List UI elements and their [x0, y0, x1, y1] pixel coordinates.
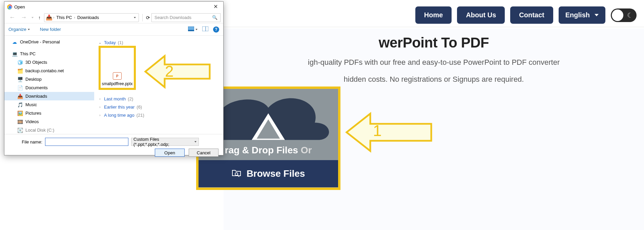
- annotation-num-2: 2: [165, 62, 174, 80]
- tree-documents[interactable]: 📄Documents: [4, 83, 94, 92]
- file-name: smallpdffree.pptx: [102, 82, 132, 87]
- tree-music[interactable]: 🎵Music: [4, 100, 94, 109]
- dialog-title: Open: [14, 4, 25, 9]
- nav-back[interactable]: ←: [7, 14, 17, 21]
- nav-home[interactable]: Home: [415, 6, 452, 24]
- annotation-num-1: 1: [373, 121, 382, 140]
- new-folder-button[interactable]: New folder: [40, 27, 61, 32]
- preview-pane-button[interactable]: [202, 26, 208, 32]
- tree-localdisk[interactable]: 💽Local Disk (C:): [4, 126, 94, 134]
- organize-menu[interactable]: Organize: [8, 27, 30, 32]
- chevron-right-icon: ›: [53, 16, 54, 19]
- nav-tree: ☁OneDrive - Personal 💻This PC 🧊3D Object…: [4, 36, 95, 134]
- page-title: werPoint To PDF: [224, 35, 644, 51]
- hero-line2: hidden costs. No registrations or Signup…: [224, 74, 644, 85]
- help-button[interactable]: ?: [213, 26, 219, 33]
- documents-icon: 📄: [17, 85, 23, 91]
- nav-contact[interactable]: Contact: [510, 6, 553, 24]
- browse-files-button[interactable]: Browse Files: [199, 160, 338, 187]
- breadcrumb-downloads[interactable]: Downloads: [76, 15, 100, 20]
- annotation-arrow-2: [144, 53, 211, 90]
- breadcrumb-thispc[interactable]: This PC: [55, 15, 73, 20]
- tree-videos[interactable]: 🎞️Videos: [4, 117, 94, 126]
- tree-3dobjects[interactable]: 🧊3D Objects: [4, 58, 94, 66]
- search-icon: 🔍: [212, 15, 217, 20]
- disk-icon: 💽: [17, 128, 23, 133]
- tree-thispc[interactable]: 💻This PC: [4, 50, 94, 58]
- refresh-button[interactable]: ⟳: [146, 15, 150, 20]
- moon-icon: ☾: [627, 11, 633, 19]
- filename-label: File name:: [22, 139, 42, 145]
- chevron-down-icon: ⌄: [98, 41, 102, 44]
- group-today[interactable]: ⌄ Today (1): [98, 38, 220, 46]
- group-lastmonth[interactable]: › Last month (2): [98, 95, 220, 103]
- nav-about[interactable]: About Us: [457, 6, 505, 24]
- group-earlieryear[interactable]: › Earlier this year (6): [98, 103, 220, 111]
- chevron-right-icon: ›: [98, 113, 102, 117]
- svg-rect-7: [202, 26, 208, 31]
- chevron-right-icon: ›: [98, 97, 102, 101]
- chevron-down-icon: [194, 141, 196, 142]
- nav-forward[interactable]: →: [19, 14, 29, 21]
- filename-input[interactable]: [45, 138, 128, 146]
- desktop-icon: 🖥️: [17, 77, 23, 82]
- search-input[interactable]: Search Downloads 🔍: [151, 13, 221, 22]
- theme-toggle[interactable]: ☾: [611, 8, 637, 22]
- nav-up[interactable]: ↑: [36, 15, 43, 20]
- svg-point-2: [235, 173, 238, 175]
- network-drive-icon: 🗂️: [17, 68, 23, 74]
- toggle-knob: [612, 9, 623, 21]
- filetype-select[interactable]: Custom Files (*.ppt;*.pptx;*.odp;: [131, 138, 199, 146]
- downloads-icon: 📥: [17, 94, 23, 99]
- powerpoint-icon: P: [113, 72, 122, 80]
- svg-marker-4: [347, 114, 431, 151]
- nav-language-select[interactable]: English: [559, 6, 605, 24]
- chevron-right-icon: ›: [74, 16, 75, 19]
- file-thumb-smallpdffree[interactable]: P smallpdffree.pptx: [99, 46, 136, 90]
- pictures-icon: 🖼️: [17, 111, 23, 116]
- pc-icon: 💻: [12, 51, 17, 57]
- cancel-button[interactable]: Cancel: [189, 149, 219, 157]
- close-button[interactable]: ✕: [208, 2, 223, 12]
- chevron-down-icon: [195, 29, 198, 30]
- addr-chevron-down[interactable]: [134, 17, 136, 18]
- chrome-icon: [7, 4, 12, 9]
- cube-icon: 🧊: [17, 60, 23, 65]
- view-mode-button[interactable]: [188, 26, 198, 32]
- tree-onedrive[interactable]: ☁OneDrive - Personal: [4, 38, 94, 46]
- music-icon: 🎵: [17, 102, 23, 108]
- nav-recent[interactable]: [32, 17, 34, 18]
- hero-line1: igh-quality PDFs with our free and easy-…: [224, 57, 644, 68]
- folder-search-icon: [232, 168, 241, 179]
- address-bar[interactable]: 📥 › This PC › Downloads: [44, 13, 139, 22]
- drag-drop-or: Or: [301, 145, 312, 156]
- chevron-down-icon: [595, 14, 599, 16]
- open-button[interactable]: Open: [155, 149, 185, 157]
- chevron-right-icon: ›: [98, 105, 102, 109]
- nav-language-label: English: [565, 11, 590, 19]
- tree-downloads[interactable]: 📥Downloads: [4, 92, 94, 100]
- svg-marker-9: [145, 56, 210, 87]
- svg-rect-6: [188, 30, 194, 31]
- folder-down-icon: 📥: [46, 14, 53, 21]
- drag-drop-label: rag & Drop Files: [225, 145, 298, 156]
- cloud-icon: ☁: [12, 39, 17, 45]
- thumbnail-icon: [188, 26, 194, 32]
- group-longago[interactable]: › A long time ago (21): [98, 111, 220, 119]
- tree-backup[interactable]: 🗂️backup.contabo.net: [4, 66, 94, 75]
- tree-desktop[interactable]: 🖥️Desktop: [4, 75, 94, 83]
- tree-pictures[interactable]: 🖼️Pictures: [4, 109, 94, 117]
- browse-files-label: Browse Files: [247, 168, 305, 179]
- annotation-arrow-1: [345, 110, 433, 154]
- videos-icon: 🎞️: [17, 119, 23, 124]
- search-placeholder: Search Downloads: [154, 15, 191, 20]
